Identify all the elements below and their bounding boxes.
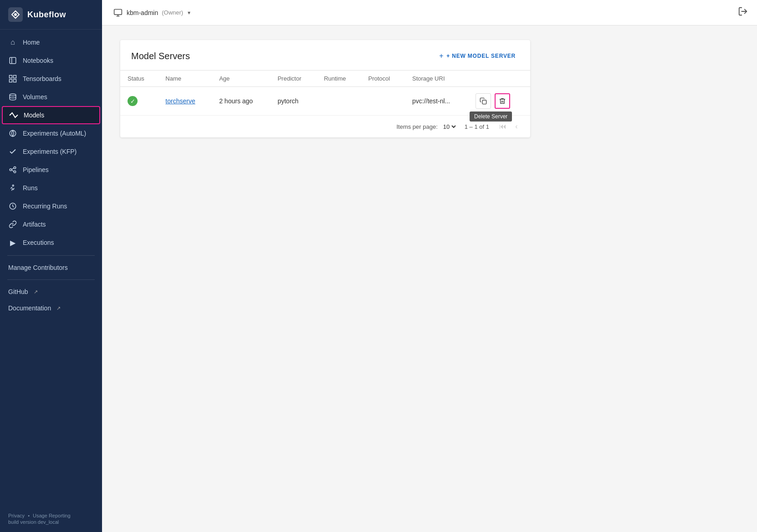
sidebar-item-recurring-runs[interactable]: Recurring Runs — [0, 197, 102, 215]
sidebar-item-notebooks[interactable]: Notebooks — [0, 51, 102, 70]
new-model-server-button[interactable]: + + NEW MODEL SERVER — [435, 49, 519, 63]
col-runtime: Runtime — [317, 71, 361, 87]
main-area: kbm-admin (Owner) ▾ Model Servers + + NE… — [102, 0, 757, 532]
experiments-automl-icon — [8, 129, 17, 138]
sidebar-item-models[interactable]: Models — [2, 106, 100, 124]
namespace-selector[interactable]: kbm-admin (Owner) ▾ — [113, 8, 190, 18]
delete-server-button[interactable] — [495, 93, 510, 109]
svg-rect-2 — [10, 57, 16, 64]
namespace-role: (Owner) — [162, 9, 183, 16]
cell-name: torchserve — [158, 87, 212, 116]
svg-line-13 — [12, 168, 14, 169]
cell-age: 2 hours ago — [212, 87, 270, 116]
volumes-icon — [8, 92, 17, 101]
col-storage-uri: Storage URI — [405, 71, 469, 87]
new-model-button-label: + NEW MODEL SERVER — [446, 53, 516, 59]
sidebar-item-label: Runs — [23, 184, 38, 192]
sidebar-item-executions[interactable]: ▶ Executions — [0, 233, 102, 252]
svg-point-12 — [14, 171, 16, 173]
svg-point-10 — [10, 169, 12, 171]
page-content: Model Servers + + NEW MODEL SERVER Statu… — [102, 25, 757, 532]
build-version-label: build version dev_local — [8, 519, 94, 525]
page-title: Model Servers — [131, 51, 190, 61]
tensorboards-icon — [8, 74, 17, 83]
copy-icon — [480, 97, 487, 105]
sidebar-item-volumes[interactable]: Volumes — [0, 88, 102, 106]
svg-point-15 — [12, 185, 14, 186]
sidebar-item-label: Notebooks — [23, 57, 53, 64]
logout-button[interactable] — [738, 6, 748, 19]
col-predictor: Predictor — [270, 71, 317, 87]
prev-page-button[interactable]: ‹ — [510, 120, 523, 133]
recurring-runs-icon — [8, 202, 17, 211]
cell-actions: Delete Server — [468, 87, 530, 116]
sidebar-footer: Privacy • Usage Reporting build version … — [0, 507, 102, 532]
sidebar-item-label: Executions — [23, 239, 54, 246]
sidebar-item-experiments-kfp[interactable]: Experiments (KFP) — [0, 142, 102, 161]
svg-point-11 — [14, 167, 16, 169]
col-actions — [468, 71, 530, 87]
pipelines-icon — [8, 165, 17, 174]
manage-contributors-label: Manage Contributors — [8, 264, 68, 271]
first-page-button[interactable]: ⏮ — [496, 120, 509, 133]
sidebar-item-pipelines[interactable]: Pipelines — [0, 161, 102, 179]
sidebar-item-label: Pipelines — [23, 166, 49, 173]
artifacts-icon — [8, 220, 17, 229]
col-name: Name — [158, 71, 212, 87]
card-header: Model Servers + + NEW MODEL SERVER — [120, 40, 530, 70]
pagination-buttons: ⏮ ‹ — [496, 120, 523, 133]
col-age: Age — [212, 71, 270, 87]
sidebar-item-documentation[interactable]: Documentation ↗ — [0, 300, 102, 316]
sidebar-item-label: Experiments (KFP) — [23, 148, 77, 155]
model-servers-card: Model Servers + + NEW MODEL SERVER Statu… — [120, 40, 530, 137]
privacy-label: Privacy — [8, 513, 25, 518]
table-row: ✓ torchserve 2 hours ago pytorch pvc://t… — [120, 87, 530, 116]
sidebar-item-label: Experiments (AutoML) — [23, 130, 86, 137]
executions-icon: ▶ — [8, 238, 17, 247]
svg-rect-4 — [10, 76, 12, 78]
logo-area: Kubeflow — [0, 0, 102, 30]
items-per-page-control: Items per page: 10 25 50 — [396, 123, 457, 131]
nav-list: ⌂ Home Notebooks Tensorboards Volumes — [0, 30, 102, 507]
topbar: kbm-admin (Owner) ▾ — [102, 0, 757, 25]
sidebar-item-label: Recurring Runs — [23, 203, 67, 210]
app-name: Kubeflow — [27, 10, 66, 20]
items-per-page-select[interactable]: 10 25 50 — [441, 123, 457, 131]
models-icon — [9, 111, 18, 120]
cell-runtime — [317, 87, 361, 116]
sidebar-item-runs[interactable]: Runs — [0, 179, 102, 197]
sidebar-item-label: Home — [23, 39, 40, 46]
usage-reporting-label: Usage Reporting — [33, 513, 71, 518]
sidebar-item-experiments-automl[interactable]: Experiments (AutoML) — [0, 124, 102, 142]
svg-rect-21 — [482, 100, 486, 104]
sidebar-item-label: Artifacts — [23, 221, 46, 228]
pagination-range: 1 – 1 of 1 — [465, 123, 489, 130]
sidebar-item-manage-contributors[interactable]: Manage Contributors — [0, 259, 102, 276]
notebooks-icon — [8, 56, 17, 65]
sidebar-item-home[interactable]: ⌂ Home — [0, 33, 102, 51]
server-name-link[interactable]: torchserve — [165, 97, 195, 105]
copy-server-button[interactable] — [476, 93, 491, 109]
namespace-dropdown-icon: ▾ — [188, 10, 190, 16]
svg-point-9 — [10, 130, 16, 137]
svg-rect-5 — [14, 76, 16, 78]
sidebar: Kubeflow ⌂ Home Notebooks Tensorboards — [0, 0, 102, 532]
cell-storage-uri: pvc://test-nl... — [405, 87, 469, 116]
delete-button-wrap: Delete Server — [495, 93, 512, 109]
svg-rect-17 — [114, 9, 122, 15]
external-link-icon-2: ↗ — [56, 305, 61, 311]
sidebar-item-label: Models — [24, 111, 44, 119]
external-link-icon: ↗ — [34, 289, 38, 295]
model-servers-table: Status Name Age Predictor Runtime Protoc… — [120, 70, 530, 116]
namespace-icon — [113, 8, 123, 18]
documentation-label: Documentation — [8, 304, 51, 312]
sidebar-item-artifacts[interactable]: Artifacts — [0, 215, 102, 233]
home-icon: ⌂ — [8, 38, 17, 47]
sidebar-item-tensorboards[interactable]: Tensorboards — [0, 70, 102, 88]
kubeflow-logo-icon — [8, 7, 23, 22]
svg-point-8 — [10, 94, 16, 96]
plus-icon: + — [439, 52, 444, 60]
table-header: Status Name Age Predictor Runtime Protoc… — [120, 71, 530, 87]
sidebar-divider-1 — [7, 255, 95, 256]
sidebar-item-github[interactable]: GitHub ↗ — [0, 284, 102, 300]
